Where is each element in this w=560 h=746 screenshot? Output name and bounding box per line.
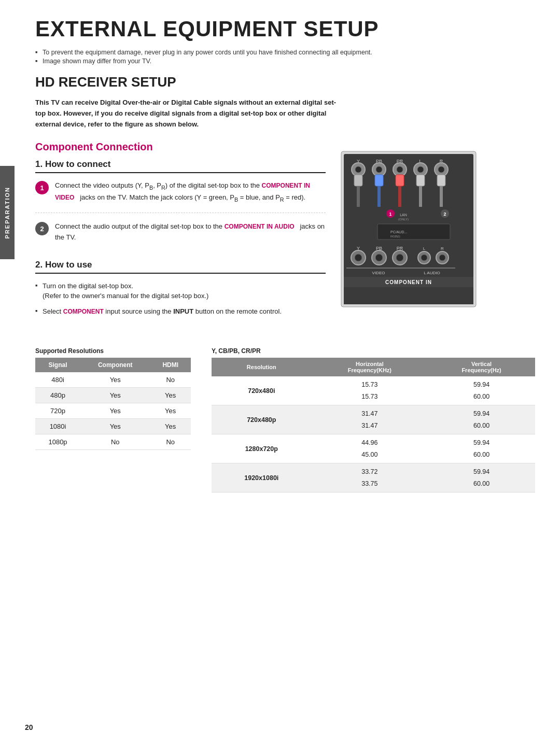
table-row: 480i Yes No: [35, 372, 191, 388]
page-title: EXTERNAL EQUIPMENT SETUP: [35, 17, 535, 41]
frequency-table-container: Y, CB/PB, CR/PR Resolution HorizontalFre…: [212, 347, 535, 492]
hdmi-480p: Yes: [150, 388, 191, 403]
svg-point-43: [355, 254, 362, 261]
step-number-1: 1: [35, 181, 49, 194]
res-720x480i: 720x480i: [212, 376, 312, 405]
freq-header-row: Resolution HorizontalFrequency(KHz) Vert…: [212, 358, 535, 376]
use-step-1: Turn on the digital set-top box.(Refer t…: [35, 281, 326, 301]
intro-text: This TV can receive Digital Over-the-air…: [35, 97, 346, 130]
comp-480i: Yes: [80, 372, 150, 388]
hd-receiver-title: HD RECEIVER SETUP: [35, 74, 535, 90]
svg-text:RGB(I): RGB(I): [390, 235, 400, 238]
table-row: 1080p No No: [35, 434, 191, 450]
signal-480p: 480p: [35, 388, 80, 403]
horiz-720x480p: 31.4731.47: [312, 405, 428, 434]
use-step-2: Select Component input source using the …: [35, 306, 326, 317]
hdmi-1080i: Yes: [150, 419, 191, 434]
component-connection-title: Component Connection: [35, 141, 326, 153]
table-row: 720x480p 31.4731.47 59.9460.00: [212, 405, 535, 434]
svg-text:COMPONENT IN: COMPONENT IN: [385, 279, 432, 285]
vert-1920x1080i: 59.9460.00: [428, 463, 535, 492]
svg-rect-17: [354, 175, 362, 186]
step-1-text-before: Connect the video outputs (Y, PB, PR) of…: [55, 181, 262, 189]
sidebar-label: PREPARATION: [4, 187, 10, 238]
svg-point-14: [417, 166, 424, 173]
frequency-label: Y, CB/PB, CR/PR: [212, 347, 535, 355]
freq-col-horizontal: HorizontalFrequency(KHz): [312, 358, 428, 376]
res-720x480p: 720x480p: [212, 405, 312, 434]
svg-rect-25: [437, 175, 445, 186]
table-row: 720p Yes Yes: [35, 403, 191, 419]
table-row: 720x480i 15.7315.73 59.9460.00: [212, 376, 535, 405]
vert-720x480i: 59.9460.00: [428, 376, 535, 405]
bullet-note-1: To prevent the equipment damage, never p…: [35, 49, 535, 56]
svg-rect-21: [396, 175, 404, 186]
svg-text:LAN: LAN: [400, 213, 407, 217]
table-row: 1920x1080i 33.7233.75 59.9460.00: [212, 463, 535, 492]
supported-resolutions-table: Supported Resolutions Signal Component H…: [35, 347, 191, 492]
comp-1080i: Yes: [80, 419, 150, 434]
resolutions-table: Signal Component HDMI 480i Yes No 480p Y…: [35, 358, 191, 450]
page-number: 20: [25, 723, 33, 731]
signal-720p: 720p: [35, 403, 80, 419]
svg-rect-23: [416, 175, 425, 186]
svg-text:PC/AUD...: PC/AUD...: [390, 230, 407, 234]
how-to-connect-title: 1. How to connect: [35, 159, 326, 173]
horiz-1920x1080i: 33.7233.75: [312, 463, 428, 492]
svg-rect-58: [344, 287, 473, 304]
svg-text:VIDEO: VIDEO: [372, 271, 385, 275]
horiz-1280x720p: 44.9645.00: [312, 434, 428, 463]
svg-text:2: 2: [443, 212, 446, 217]
svg-rect-19: [375, 175, 383, 186]
svg-rect-18: [357, 186, 360, 207]
svg-point-10: [376, 166, 382, 173]
svg-rect-24: [419, 186, 422, 207]
supported-resolutions-label: Supported Resolutions: [35, 347, 191, 355]
step-1-text: Connect the video outputs (Y, PB, PR) of…: [55, 180, 326, 204]
bullet-notes: To prevent the equipment damage, never p…: [35, 49, 535, 65]
res-1920x1080i: 1920x1080i: [212, 463, 312, 492]
signal-480i: 480i: [35, 372, 80, 388]
tables-section: Supported Resolutions Signal Component H…: [35, 347, 535, 492]
how-to-use: 2. How to use Turn on the digital set-to…: [35, 260, 326, 317]
svg-rect-22: [398, 186, 401, 207]
hdmi-480i: No: [150, 372, 191, 388]
col-signal: Signal: [35, 358, 80, 372]
col-component: Component: [80, 358, 150, 372]
res-1280x720p: 1280x720p: [212, 434, 312, 463]
how-to-left: Component Connection 1. How to connect 1…: [35, 141, 326, 332]
svg-text:L: L: [423, 246, 426, 251]
connection-diagram: Y PB PR L R: [336, 146, 481, 312]
table-row: 480p Yes Yes: [35, 388, 191, 403]
use-step-2-component: Component: [63, 308, 104, 315]
svg-rect-20: [377, 186, 381, 207]
use-bullets: Turn on the digital set-top box.(Refer t…: [35, 281, 326, 317]
signal-1080p: 1080p: [35, 434, 80, 450]
step-1-text-after: jacks on the TV. Match the jack colors (…: [74, 193, 305, 201]
use-step-2-input: INPUT: [173, 307, 193, 315]
table-row: 1280x720p 44.9645.00 59.9460.00: [212, 434, 535, 463]
svg-text:1: 1: [389, 212, 391, 217]
svg-point-8: [355, 166, 361, 173]
vert-1280x720p: 59.9460.00: [428, 434, 535, 463]
freq-col-resolution: Resolution: [212, 358, 312, 376]
svg-point-12: [397, 166, 403, 173]
svg-text:(ONLY): (ONLY): [398, 218, 409, 221]
how-to-use-title: 2. How to use: [35, 260, 326, 274]
svg-rect-34: [377, 224, 450, 240]
svg-point-49: [421, 255, 427, 261]
step-2: 2 Connect the audio output of the digita…: [35, 221, 326, 251]
step-2-highlight: COMPONENT IN AUDIO: [225, 223, 295, 230]
step-number-2: 2: [35, 222, 49, 235]
step-2-text: Connect the audio output of the digital …: [55, 221, 326, 243]
signal-1080i: 1080i: [35, 419, 80, 434]
svg-rect-26: [440, 186, 443, 207]
svg-point-47: [396, 254, 403, 261]
col-hdmi: HDMI: [150, 358, 191, 372]
svg-point-51: [439, 255, 445, 261]
svg-text:L AUDIO: L AUDIO: [424, 271, 440, 275]
svg-point-45: [375, 254, 383, 261]
sidebar-preparation: PREPARATION: [0, 166, 15, 259]
table-header-row: Signal Component HDMI: [35, 358, 191, 372]
frequency-table: Resolution HorizontalFrequency(KHz) Vert…: [212, 358, 535, 492]
